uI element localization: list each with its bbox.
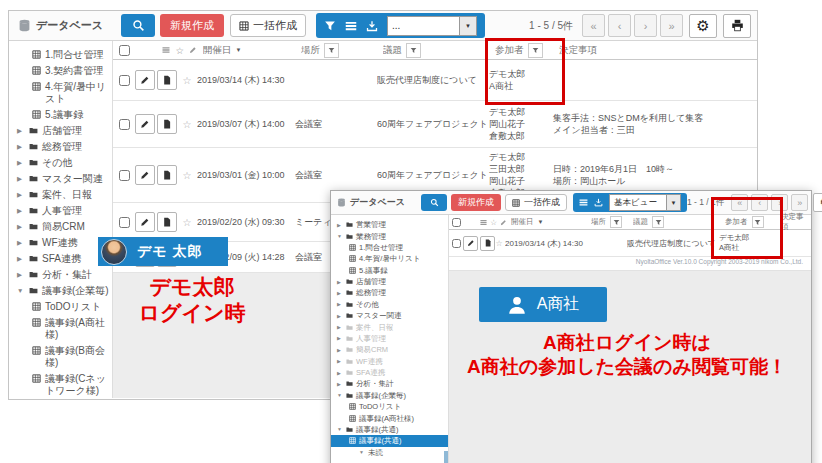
document-icon <box>162 170 172 180</box>
filter-topic-button[interactable] <box>406 43 421 58</box>
search-button[interactable] <box>421 194 447 211</box>
sidebar-folder-store[interactable]: ▶店舗管理 <box>331 276 448 287</box>
sidebar-item-minutes[interactable]: 5.議事録 <box>331 265 448 276</box>
sidebar-folder-crm[interactable]: ▶簡易CRM <box>9 219 112 235</box>
sidebar-folder-store[interactable]: ▶店舗管理 <box>9 123 112 139</box>
filter-place-button[interactable] <box>324 43 339 58</box>
star-icon[interactable]: ☆ <box>177 75 197 86</box>
sidebar-folder-projects[interactable]: ▶案件、日報 <box>331 321 448 332</box>
edit-button[interactable] <box>135 70 155 90</box>
copy-record-button[interactable] <box>157 165 177 185</box>
sidebar-folder-sales[interactable]: ▶営業管理 <box>331 219 448 230</box>
sidebar-folder-master[interactable]: ▶マスター関連 <box>331 310 448 321</box>
copy-record-button[interactable] <box>157 114 177 134</box>
sidebar-item-contracts[interactable]: 3.契約書管理 <box>9 63 112 79</box>
header-icons: ☆ <box>463 218 511 227</box>
column-header-topic: 議題 <box>633 216 725 228</box>
sidebar-item-newyear-list[interactable]: 4.年賀/暑中リスト <box>331 253 448 264</box>
star-icon[interactable]: ☆ <box>177 119 197 130</box>
funnel-icon[interactable] <box>324 20 336 32</box>
search-button[interactable] <box>121 14 155 37</box>
sidebar-folder-minutes-common[interactable]: ▼議事録(共通) <box>331 424 448 435</box>
edit-button[interactable] <box>135 165 155 185</box>
star-icon[interactable]: ☆ <box>177 217 197 228</box>
sidebar-folder-hr[interactable]: ▶人事管理 <box>9 203 112 219</box>
sidebar-item-minutes-a[interactable]: 議事録(A商社様) <box>331 412 448 423</box>
last-page-button[interactable]: » <box>660 14 683 37</box>
rows-icon[interactable] <box>579 198 588 207</box>
sidebar-folder-master[interactable]: ▶マスター関連 <box>9 171 112 187</box>
sidebar-folder-general-affairs[interactable]: ▶総務管理 <box>9 139 112 155</box>
sidebar-folder-analytics[interactable]: ▶分析・集計 <box>331 378 448 389</box>
sidebar-folder-crm[interactable]: ▶簡易CRM <box>331 344 448 355</box>
sidebar-folder-projects[interactable]: ▶案件、日報 <box>9 187 112 203</box>
row-select-checkbox[interactable] <box>119 119 130 130</box>
select-all-checkbox[interactable] <box>119 45 130 56</box>
sidebar-item-inquiry[interactable]: 1.問合せ管理 <box>9 47 112 63</box>
sidebar-folder-others[interactable]: ▶その他 <box>9 155 112 171</box>
sidebar-item-inquiry[interactable]: 1.問合せ管理 <box>331 242 448 253</box>
edit-button[interactable] <box>135 114 155 134</box>
bulk-create-label: 一括作成 <box>253 18 297 33</box>
prev-page-button[interactable]: ‹ <box>751 194 768 211</box>
sidebar-item-minutes[interactable]: 5.議事録 <box>9 107 112 123</box>
row-select-checkbox[interactable] <box>119 217 130 228</box>
bulk-create-button[interactable]: 一括作成 <box>230 14 306 37</box>
bulk-create-button[interactable]: 一括作成 <box>505 194 567 211</box>
print-button[interactable] <box>723 14 751 38</box>
rows-icon[interactable] <box>345 20 357 32</box>
sidebar-folder-minutes-by-company[interactable]: ▼議事録(企業毎) <box>331 390 448 401</box>
new-record-button[interactable]: 新規作成 <box>451 194 501 211</box>
next-page-button[interactable]: › <box>771 194 788 211</box>
sidebar-scrollbar[interactable] <box>444 451 448 463</box>
sidebar-folder-sfa[interactable]: ▶SFA連携 <box>331 367 448 378</box>
import-icon[interactable] <box>366 20 378 32</box>
next-page-button[interactable]: › <box>634 14 657 37</box>
prev-page-button[interactable]: ‹ <box>608 14 631 37</box>
sidebar-item-minutes-common-selected[interactable]: 議事録(共通) <box>331 435 448 446</box>
company-user-button[interactable]: A商社 <box>479 287 607 322</box>
column-header-date[interactable]: 開催日▼ <box>203 44 301 57</box>
filter-participants-button[interactable] <box>528 43 543 58</box>
row-select-checkbox[interactable] <box>452 239 461 248</box>
copy-record-button[interactable] <box>157 70 177 90</box>
sidebar-item-todo[interactable]: ToDOリスト <box>331 401 448 412</box>
sidebar-item-newyear-list[interactable]: 4.年賀/暑中リスト <box>9 79 112 107</box>
edit-button[interactable] <box>463 236 478 251</box>
sidebar-folder-wf[interactable]: ▶WF連携 <box>331 356 448 367</box>
column-header-date[interactable]: 開催日▼ <box>511 217 591 227</box>
last-page-button[interactable]: » <box>791 194 808 211</box>
sidebar-folder-business[interactable]: ▼業務管理 <box>331 230 448 241</box>
row-select-checkbox[interactable] <box>119 170 130 181</box>
sidebar-folder-general-affairs[interactable]: ▶総務管理 <box>331 287 448 298</box>
sidebar-item-todo[interactable]: ToDOリスト <box>9 299 112 315</box>
sidebar-folder-others[interactable]: ▶その他 <box>331 299 448 310</box>
view-select[interactable]: ... ▼ <box>387 16 477 36</box>
import-icon[interactable] <box>594 198 603 207</box>
settings-button[interactable]: ⚙ <box>813 193 822 212</box>
copy-record-button[interactable] <box>157 212 177 232</box>
view-select[interactable]: 基本ビュー ▼ <box>609 194 681 211</box>
sidebar-folder-analytics[interactable]: ▶分析・集計 <box>9 267 112 283</box>
star-icon[interactable]: ☆ <box>493 239 505 248</box>
sidebar-folder-sfa[interactable]: ▶SFA連携 <box>9 251 112 267</box>
new-record-button[interactable]: 新規作成 <box>160 14 224 37</box>
select-all-checkbox[interactable] <box>452 218 461 227</box>
sidebar-folder-minutes-by-company[interactable]: ▼議事録(企業毎) <box>9 283 112 299</box>
star-icon[interactable]: ☆ <box>177 170 197 181</box>
pagination-cluster: 1 - 1 / 1件 « ‹ › » ⚙ <box>687 193 822 212</box>
edit-button[interactable] <box>135 212 155 232</box>
sidebar-item-minutes-a[interactable]: 議事録(A商社様) <box>9 315 112 343</box>
sidebar-filter-unread[interactable]: ▼未読 <box>331 447 448 458</box>
row-select-checkbox[interactable] <box>119 75 130 86</box>
settings-button[interactable]: ⚙ <box>689 14 717 38</box>
filter-place-button[interactable] <box>610 216 622 228</box>
sidebar-folder-wf[interactable]: ▶WF連携 <box>9 235 112 251</box>
first-page-button[interactable]: « <box>582 14 605 37</box>
filter-topic-button[interactable] <box>652 216 664 228</box>
filter-participants-button[interactable] <box>752 216 764 228</box>
sidebar-folder-hr[interactable]: ▶人事管理 <box>331 333 448 344</box>
first-page-button[interactable]: « <box>731 194 748 211</box>
sidebar-item-minutes-c[interactable]: 議事録(Cネットワーク様) <box>9 371 112 398</box>
sidebar-item-minutes-b[interactable]: 議事録(B商会様) <box>9 343 112 371</box>
